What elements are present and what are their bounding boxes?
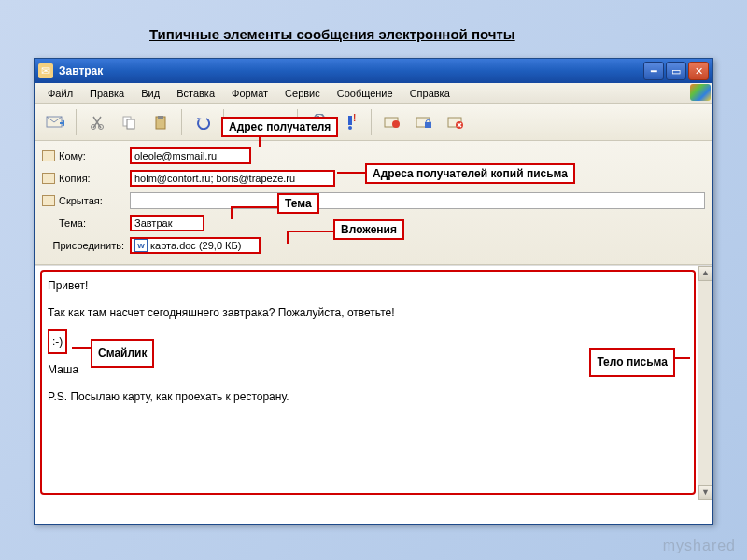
svg-point-8 xyxy=(348,126,352,130)
encrypt-button[interactable] xyxy=(411,109,437,135)
menu-edit[interactable]: Правка xyxy=(82,85,132,102)
priority-button[interactable]: ! xyxy=(337,109,363,135)
close-button[interactable]: ✕ xyxy=(688,62,709,80)
slide-title: Типичные элементы сообщения электронной … xyxy=(149,26,515,42)
addressbook-icon xyxy=(42,173,55,184)
bcc-label[interactable]: Скрытая: xyxy=(42,195,124,206)
message-body[interactable]: Привет! Так как там насчет сегодняшнего … xyxy=(35,265,712,500)
callout-attachments: Вложения xyxy=(333,219,404,240)
to-label[interactable]: Кому: xyxy=(42,150,124,161)
addressbook-icon xyxy=(42,150,55,161)
addressbook-icon xyxy=(42,195,55,206)
header-fields: Кому: oleole@msmail.ru Копия: holm@conto… xyxy=(35,141,712,265)
smiley-text: :-) xyxy=(48,329,67,355)
body-scrollbar[interactable]: ▲ ▼ xyxy=(698,266,712,500)
maximize-button[interactable]: ▭ xyxy=(666,62,686,80)
svg-rect-4 xyxy=(127,119,134,129)
app-icon: ✉ xyxy=(38,63,53,78)
callout-cc: Адреса получателей копий письма xyxy=(365,163,575,184)
minimize-button[interactable]: ━ xyxy=(643,62,664,80)
attach-label: Присоединить: xyxy=(42,240,124,251)
email-compose-window: ✉ Завтрак ━ ▭ ✕ Файл Правка Вид Вставка … xyxy=(34,58,713,525)
callout-recipient: Адрес получателя xyxy=(221,117,338,137)
scroll-up-icon[interactable]: ▲ xyxy=(698,266,712,281)
copy-button[interactable] xyxy=(116,109,142,135)
menubar: Файл Правка Вид Вставка Формат Сервис Со… xyxy=(35,83,712,104)
word-doc-icon: W xyxy=(134,239,148,252)
menu-message[interactable]: Сообщение xyxy=(330,85,401,102)
window-title: Завтрак xyxy=(59,64,643,77)
body-line: P.S. Посылаю карту, как проехать к ресто… xyxy=(48,386,699,408)
paste-button[interactable] xyxy=(148,109,174,135)
callout-body: Тело письма xyxy=(589,348,675,377)
cc-label[interactable]: Копия: xyxy=(42,173,124,184)
svg-point-11 xyxy=(392,120,400,128)
sign-button[interactable] xyxy=(379,109,405,135)
watermark: myshared xyxy=(663,538,736,554)
windows-logo-icon xyxy=(690,84,711,101)
to-field[interactable]: oleole@msmail.ru xyxy=(130,147,251,164)
offline-button[interactable] xyxy=(443,109,469,135)
menu-view[interactable]: Вид xyxy=(134,85,167,102)
menu-help[interactable]: Справка xyxy=(402,85,458,102)
undo-button[interactable] xyxy=(190,109,216,135)
svg-text:!: ! xyxy=(353,114,356,123)
subject-field[interactable]: Завтрак xyxy=(130,215,204,231)
attach-field[interactable]: Wкарта.doc (29,0 КБ) xyxy=(130,237,261,254)
callout-subject: Тема xyxy=(277,193,319,214)
subject-label: Тема: xyxy=(42,217,124,229)
svg-rect-13 xyxy=(425,122,431,128)
menu-file[interactable]: Файл xyxy=(40,85,80,102)
bcc-field[interactable] xyxy=(130,192,705,209)
send-button[interactable] xyxy=(42,109,68,135)
cut-button[interactable] xyxy=(84,109,110,135)
toolbar: ABC ! xyxy=(35,104,712,141)
svg-rect-6 xyxy=(158,116,163,119)
body-line: Привет! xyxy=(48,275,699,297)
scroll-down-icon[interactable]: ▼ xyxy=(698,485,712,500)
cc-field[interactable]: holm@contort.ru; boris@trapeze.ru xyxy=(130,170,335,187)
menu-format[interactable]: Формат xyxy=(224,85,275,102)
callout-smiley: Смайлик xyxy=(91,339,154,368)
menu-insert[interactable]: Вставка xyxy=(169,85,222,102)
body-line: Так как там насчет сегодняшнего завтрака… xyxy=(48,302,699,324)
titlebar: ✉ Завтрак ━ ▭ ✕ xyxy=(35,59,712,83)
menu-tools[interactable]: Сервис xyxy=(277,85,328,102)
